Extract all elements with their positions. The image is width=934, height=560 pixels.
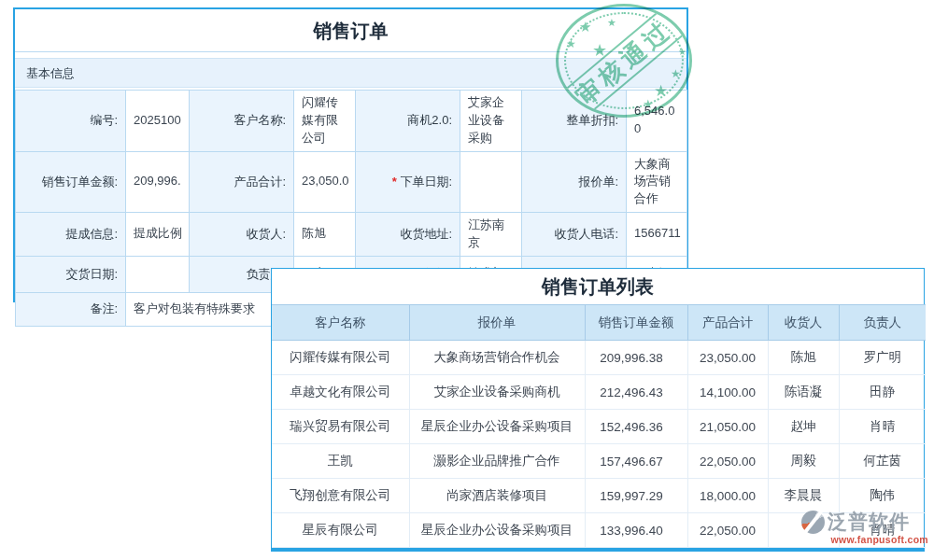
list-header-row: 客户名称报价单销售订单金额产品合计收货人负责人 <box>272 305 926 341</box>
form-title: 销售订单 <box>15 9 686 52</box>
order-amount-cell: 157,496.67 <box>585 444 687 479</box>
table-row: 卓越文化有限公司艾家企业设备采购商机212,496.4314,100.00陈语凝… <box>272 375 926 410</box>
owner-cell[interactable]: 陶伟 <box>839 479 926 513</box>
field-label: 收货人: <box>190 213 294 257</box>
consignee-cell <box>768 513 839 548</box>
screen: 销售订单 基本信息 编号:2025100客户名称:闪耀传媒有限公司商机2.0:艾… <box>0 0 934 560</box>
field-label: 产品合计: <box>190 151 294 213</box>
table-row: 闪耀传媒有限公司大象商场营销合作机会209,996.3823,050.00陈旭罗… <box>272 341 926 375</box>
order-amount-cell: 209,996.38 <box>585 341 687 375</box>
column-header: 收货人 <box>768 305 839 341</box>
field-label: 交货日期: <box>16 256 126 292</box>
field-value: 陈旭 <box>294 213 356 257</box>
product-total-cell: 21,050.00 <box>687 410 768 444</box>
field-value: 提成比例 <box>126 213 190 257</box>
field-value: 6,546.00 <box>627 91 687 152</box>
customer-name-cell[interactable]: 闪耀传媒有限公司 <box>272 341 409 375</box>
table-row: 飞翔创意有限公司尚家酒店装修项目159,997.2918,000.00李晨晨陶伟 <box>272 479 926 513</box>
consignee-cell: 陈旭 <box>768 341 839 375</box>
list-table: 客户名称报价单销售订单金额产品合计收货人负责人 闪耀传媒有限公司大象商场营销合作… <box>272 304 926 548</box>
customer-name-cell[interactable]: 王凯 <box>272 444 409 479</box>
column-header: 产品合计 <box>687 305 768 341</box>
order-amount-cell: 133,996.40 <box>585 513 687 548</box>
product-total-cell: 14,100.00 <box>687 375 768 410</box>
column-header: 销售订单金额 <box>585 305 687 341</box>
field-label: 报价单: <box>522 151 627 213</box>
customer-name-cell[interactable]: 星辰有限公司 <box>272 513 409 548</box>
field-label: 备注: <box>16 292 126 326</box>
field-value: 大象商场营销合作 <box>627 151 687 213</box>
field-label: 收货地址: <box>356 213 460 257</box>
quote-cell[interactable]: 尚家酒店装修项目 <box>409 479 585 513</box>
column-header: 客户名称 <box>272 305 409 341</box>
consignee-cell: 周毅 <box>768 444 839 479</box>
product-total-cell: 22,050.00 <box>687 444 768 479</box>
sales-order-form: 销售订单 基本信息 编号:2025100客户名称:闪耀传媒有限公司商机2.0:艾… <box>13 7 688 302</box>
section-basic-info: 基本信息 <box>15 58 686 88</box>
field-label: 编号: <box>16 91 126 152</box>
required-asterisk: * <box>392 175 401 189</box>
consignee-cell: 赵坤 <box>768 410 839 444</box>
field-value <box>460 151 522 213</box>
list-title: 销售订单列表 <box>272 269 924 304</box>
field-value: 艾家企业设备采购 <box>460 91 522 152</box>
field-value: 209,996. <box>126 151 190 213</box>
field-label: 商机2.0: <box>356 91 460 152</box>
field-label: 收货人电话: <box>522 213 627 257</box>
table-row: 瑞兴贸易有限公司星辰企业办公设备采购项目152,496.3621,050.00赵… <box>272 410 926 444</box>
field-value: 1566711 <box>627 213 687 257</box>
field-value: 23,050.0 <box>294 151 356 213</box>
form-row: 销售订单金额:209,996.产品合计:23,050.0* 下单日期:报价单:大… <box>16 151 687 213</box>
customer-name-cell[interactable]: 卓越文化有限公司 <box>272 375 409 410</box>
sales-order-list: 销售订单列表 客户名称报价单销售订单金额产品合计收货人负责人 闪耀传媒有限公司大… <box>271 268 925 552</box>
order-amount-cell: 159,997.29 <box>585 479 687 513</box>
table-row: 王凯灏影企业品牌推广合作157,496.6722,050.00周毅何芷茵 <box>272 444 926 479</box>
column-header: 报价单 <box>409 305 585 341</box>
owner-cell[interactable]: 肖晴 <box>839 513 926 548</box>
field-label: 整单折扣: <box>522 91 627 152</box>
field-label: 客户名称: <box>190 91 294 152</box>
field-label: 提成信息: <box>16 213 126 257</box>
field-value: 2025100 <box>126 91 190 152</box>
order-amount-cell: 152,496.36 <box>585 410 687 444</box>
product-total-cell: 23,050.00 <box>687 341 768 375</box>
owner-cell[interactable]: 田静 <box>839 375 926 410</box>
form-row: 提成信息:提成比例收货人:陈旭收货地址:江苏南京收货人电话:1566711 <box>16 213 687 257</box>
field-value <box>126 256 190 292</box>
field-label: * 下单日期: <box>356 151 460 213</box>
field-value: 江苏南京 <box>460 213 522 257</box>
quote-cell[interactable]: 星辰企业办公设备采购项目 <box>409 410 585 444</box>
owner-cell[interactable]: 何芷茵 <box>839 444 926 479</box>
owner-cell[interactable]: 肖晴 <box>839 410 926 444</box>
table-row: 星辰有限公司星辰企业办公设备采购项目133,996.4022,050.00肖晴 <box>272 513 926 548</box>
consignee-cell: 李晨晨 <box>768 479 839 513</box>
customer-name-cell[interactable]: 飞翔创意有限公司 <box>272 479 409 513</box>
quote-cell[interactable]: 艾家企业设备采购商机 <box>409 375 585 410</box>
customer-name-cell[interactable]: 瑞兴贸易有限公司 <box>272 410 409 444</box>
order-amount-cell: 212,496.43 <box>585 375 687 410</box>
form-row: 编号:2025100客户名称:闪耀传媒有限公司商机2.0:艾家企业设备采购整单折… <box>16 91 687 152</box>
owner-cell[interactable]: 罗广明 <box>839 341 926 375</box>
field-value: 闪耀传媒有限公司 <box>294 91 356 152</box>
consignee-cell: 陈语凝 <box>768 375 839 410</box>
quote-cell[interactable]: 大象商场营销合作机会 <box>409 341 585 375</box>
quote-cell[interactable]: 灏影企业品牌推广合作 <box>409 444 585 479</box>
quote-cell[interactable]: 星辰企业办公设备采购项目 <box>409 513 585 548</box>
column-header: 负责人 <box>839 305 926 341</box>
field-label: 销售订单金额: <box>16 151 126 213</box>
list-body: 闪耀传媒有限公司大象商场营销合作机会209,996.3823,050.00陈旭罗… <box>272 341 926 548</box>
product-total-cell: 18,000.00 <box>687 479 768 513</box>
product-total-cell: 22,050.00 <box>687 513 768 548</box>
